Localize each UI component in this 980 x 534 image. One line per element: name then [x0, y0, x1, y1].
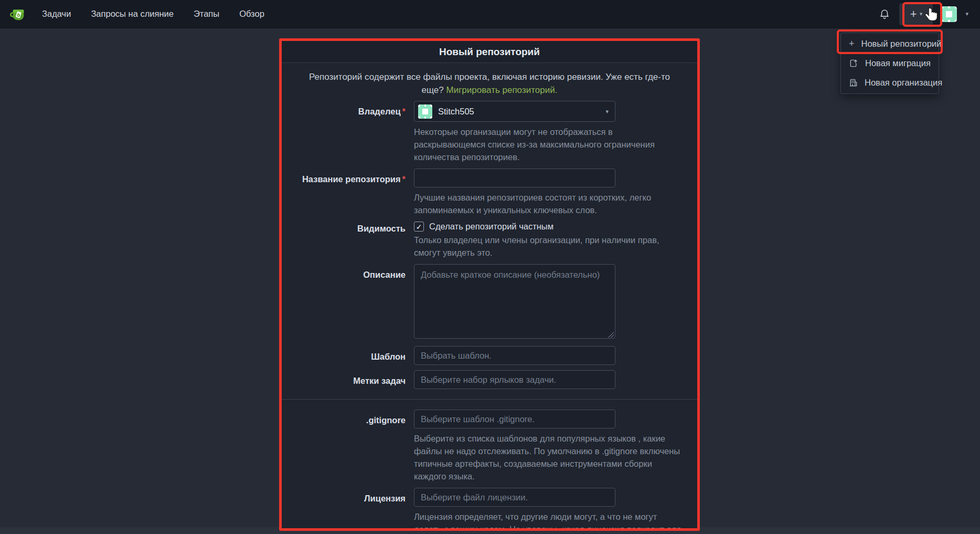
gitignore-help-text: Выберите из списка шаблонов для популярн… [414, 432, 685, 483]
template-row: Шаблон [282, 346, 697, 365]
page-title: Новый репозиторий [439, 46, 540, 58]
menu-item-label: Новая миграция [865, 58, 931, 68]
issue-labels-row: Метки задач [282, 370, 697, 389]
plus-icon: + [849, 38, 855, 49]
gitignore-row: .gitignore Выберите из списка шаблонов д… [282, 410, 697, 483]
section-divider [282, 399, 697, 400]
check-icon: ✓ [416, 223, 422, 231]
migrate-repository-link[interactable]: Мигрировать репозиторий. [446, 85, 558, 95]
visibility-help-text: Только владелец или члены организации, п… [414, 234, 685, 259]
private-checkbox[interactable]: ✓ [414, 222, 424, 232]
license-input[interactable] [414, 488, 615, 507]
caret-down-icon: ▾ [605, 109, 609, 114]
nav-item-milestones[interactable]: Этапы [194, 9, 219, 19]
menu-item-label: Новый репозиторий [861, 39, 942, 49]
required-asterisk: * [402, 107, 406, 116]
organization-icon [849, 78, 858, 87]
owner-help-text: Некоторые организации могут не отображат… [414, 125, 685, 163]
caret-down-icon[interactable]: ▾ [965, 11, 968, 17]
license-label: Лицензия [282, 488, 414, 531]
repo-name-row: Название репозитория* Лучшие названия ре… [282, 169, 697, 216]
gitea-logo-icon[interactable] [8, 5, 27, 24]
template-label: Шаблон [282, 346, 414, 365]
gitignore-input[interactable] [414, 410, 615, 428]
gitignore-label: .gitignore [282, 410, 414, 483]
owner-name: Stitch505 [438, 107, 605, 117]
nav-links: Задачи Запросы на слияние Этапы Обзор [42, 9, 264, 19]
plus-icon: + [910, 8, 917, 20]
owner-select[interactable]: Stitch505 ▾ [414, 101, 615, 122]
menu-item-label: Новая организация [865, 78, 942, 88]
issue-labels-input[interactable] [414, 370, 615, 389]
owner-row: Владелец* [282, 101, 697, 163]
menu-item-new-migration[interactable]: Новая миграция [841, 54, 939, 73]
owner-avatar [418, 104, 432, 119]
form-intro-text: Репозиторий содержит все файлы проекта, … [287, 70, 691, 101]
description-row: Описание [282, 264, 697, 341]
repo-name-help-text: Лучшие названия репозиториев состоят из … [414, 191, 685, 216]
notifications-bell-icon[interactable] [878, 8, 891, 20]
repo-name-input[interactable] [414, 169, 615, 187]
menu-item-new-organization[interactable]: Новая организация [841, 73, 939, 92]
nav-item-pull-requests[interactable]: Запросы на слияние [91, 9, 174, 19]
form-body: Репозиторий содержит все файлы проекта, … [282, 63, 697, 531]
navbar-right: + ▾ ▾ [878, 3, 968, 25]
caret-down-icon: ▾ [920, 11, 923, 17]
repo-name-label-text: Название репозитория [302, 174, 401, 184]
license-help-body: Лицензия определяет, что другие люди мог… [414, 512, 681, 531]
license-help-text: Лицензия определяет, что другие люди мог… [414, 510, 685, 531]
form-header: Новый репозиторий [282, 41, 697, 63]
visibility-label: Видимость [282, 222, 414, 259]
repo-name-label: Название репозитория* [282, 169, 414, 216]
nav-item-explore[interactable]: Обзор [239, 9, 264, 19]
license-row: Лицензия Лицензия определяет, что другие… [282, 488, 697, 531]
new-repository-form-panel: Новый репозиторий Репозиторий содержит в… [279, 38, 700, 531]
nav-item-issues[interactable]: Задачи [42, 9, 71, 19]
visibility-row: Видимость ✓ Сделать репозиторий частным … [282, 222, 697, 259]
user-avatar[interactable] [941, 6, 957, 22]
required-asterisk: * [402, 174, 406, 184]
create-dropdown-menu: + Новый репозиторий Новая миграция Новая… [840, 33, 939, 94]
private-checkbox-label: Сделать репозиторий частным [429, 222, 553, 232]
migration-icon [849, 59, 858, 68]
description-textarea[interactable] [414, 264, 615, 339]
menu-item-new-repository[interactable]: + Новый репозиторий [841, 34, 939, 54]
navbar: Задачи Запросы на слияние Этапы Обзор + … [0, 0, 980, 28]
description-label: Описание [282, 264, 414, 341]
owner-label: Владелец* [282, 101, 414, 163]
owner-label-text: Владелец [358, 107, 401, 116]
mouse-cursor-icon [924, 7, 939, 23]
issue-labels-label: Метки задач [282, 370, 414, 389]
template-input[interactable] [414, 346, 615, 365]
